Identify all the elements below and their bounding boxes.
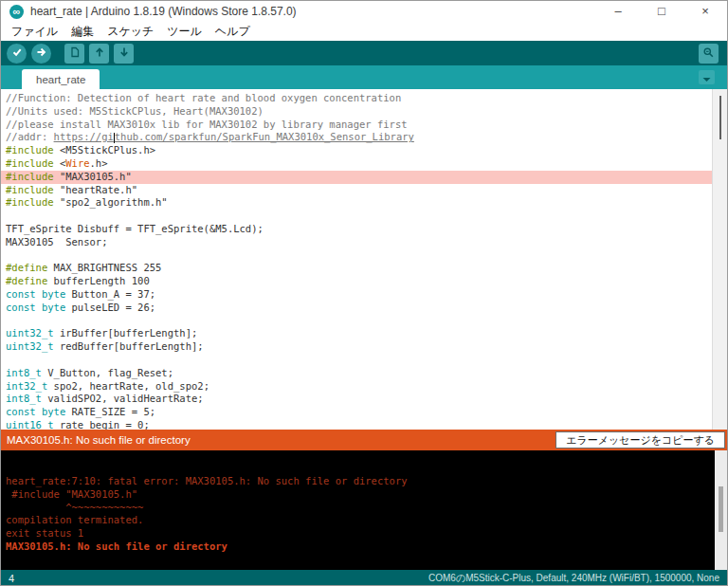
code-line[interactable]: #include <Wire.h> — [1, 157, 713, 171]
code-segment: int8_t — [6, 393, 42, 404]
console-scrollbar-thumb[interactable] — [719, 486, 723, 532]
verify-button[interactable] — [7, 44, 27, 64]
code-segment: //Function: Detection of heart rate and … — [6, 92, 401, 103]
code-segment: const byte — [6, 302, 65, 313]
check-icon — [11, 45, 23, 62]
code-segment: <M5StickCPlus.h> — [54, 144, 155, 156]
code-line[interactable] — [1, 354, 713, 367]
board-port-info: COM6のM5Stick-C-Plus, Default, 240MHz (Wi… — [428, 572, 719, 585]
code-line[interactable]: //addr: https://github.com/sparkfun/Spar… — [1, 131, 713, 144]
tab-heart-rate[interactable]: heart_rate — [22, 69, 100, 89]
maximize-button[interactable]: □ — [640, 1, 683, 22]
code-segment: int32_t — [6, 380, 47, 392]
arrow-right-icon — [36, 45, 47, 62]
code-line[interactable]: int32_t spo2, heartRate, old_spo2; — [1, 380, 713, 394]
chevron-down-icon — [702, 69, 711, 86]
code-line[interactable]: //Units used: M5StickCPlus, Heart(MAX301… — [1, 105, 713, 119]
console-line: heart_rate:7:10: fatal error: MAX30105.h… — [1, 475, 727, 488]
code-line[interactable]: #define bufferLength 100 — [1, 275, 713, 288]
arduino-ide-window: { "window": { "title": "heart_rate | Ard… — [0, 0, 728, 586]
code-line[interactable]: #include "heartRate.h" — [1, 184, 713, 197]
code-line[interactable] — [1, 315, 713, 328]
console-line: ^~~~~~~~~~~~~ — [1, 502, 727, 515]
code-segment: #define — [6, 275, 47, 286]
open-button[interactable] — [89, 44, 109, 64]
menu-tools[interactable]: ツール — [160, 22, 209, 42]
console-line: MAX30105.h: No such file or directory — [1, 540, 727, 554]
code-segment: .h> — [90, 157, 108, 169]
code-line[interactable]: int8_t validSPO2, validHeartRate; — [1, 393, 713, 406]
code-segment: int8_t — [6, 367, 42, 378]
code-segment: pulseLED = 26; — [65, 302, 155, 313]
code-line[interactable]: TFT_eSprite Disbuff = TFT_eSprite(&M5.Lc… — [1, 223, 713, 236]
status-bar: 4 COM6のM5Stick-C-Plus, Default, 240MHz (… — [1, 570, 727, 586]
upload-button[interactable] — [31, 44, 51, 64]
console-scrollbar[interactable] — [715, 450, 727, 570]
arrow-up-icon — [94, 45, 105, 62]
code-segment: < — [54, 157, 66, 169]
serial-monitor-button[interactable] — [699, 44, 719, 64]
code-segment: redBuffer[bufferLength]; — [54, 340, 204, 352]
code-line[interactable]: //please install MAX3010x lib for MAX301… — [1, 119, 713, 132]
editor-scrollbar[interactable] — [712, 89, 727, 430]
document-icon — [69, 45, 81, 62]
code-segment: Wire — [65, 157, 89, 169]
console-text: heart_rate:7:10: fatal error: MAX30105.h… — [1, 450, 727, 554]
code-segment: uint32_t — [6, 327, 54, 339]
code-segment: #include — [6, 157, 54, 169]
code-line[interactable]: int8_t V_Button, flag_Reset; — [1, 367, 713, 380]
code-line[interactable]: const byte RATE_SIZE = 5; — [1, 406, 713, 419]
menu-file[interactable]: ファイル — [5, 22, 64, 42]
editor-scrollbar-thumb[interactable] — [719, 96, 721, 139]
code-line[interactable]: //Function: Detection of heart rate and … — [1, 92, 713, 105]
code-line[interactable]: MAX30105 Sensor; — [1, 236, 713, 249]
code-segment: validSPO2, validHeartRate; — [42, 393, 204, 404]
console-line: #include "MAX30105.h" — [1, 488, 727, 502]
magnifier-icon — [702, 46, 715, 63]
code-segment: MAX_BRIGHTNESS 255 — [47, 262, 161, 273]
tab-list-dropdown-button[interactable] — [699, 70, 715, 84]
console-output: heart_rate:7:10: fatal error: MAX30105.h… — [1, 450, 727, 570]
code-segment: Button_A = 37; — [65, 288, 155, 300]
code-line[interactable]: #define MAX_BRIGHTNESS 255 — [1, 262, 713, 275]
new-sketch-button[interactable] — [64, 44, 84, 64]
code-segment: const byte — [6, 406, 65, 417]
code-line[interactable]: uint32_t irBuffer[bufferLength]; — [1, 327, 713, 340]
code-segment: //addr: — [6, 131, 54, 142]
code-segment: RATE_SIZE = 5; — [65, 406, 155, 417]
close-button[interactable]: × — [683, 1, 727, 22]
code-segment: #include — [6, 184, 54, 195]
code-area: //Function: Detection of heart rate and … — [1, 89, 727, 430]
menu-bar: ファイル編集スケッチツールヘルプ — [1, 22, 727, 41]
console-line: compilation terminated. — [1, 514, 727, 527]
save-button[interactable] — [114, 44, 134, 64]
code-segment: thub.com/sparkfun/SparkFun_MAX3010x_Sens… — [115, 131, 414, 142]
code-segment: "MAX30105.h" — [54, 171, 132, 182]
code-line[interactable]: const byte pulseLED = 26; — [1, 302, 713, 315]
code-segment: "heartRate.h" — [54, 184, 138, 195]
menu-edit[interactable]: 編集 — [64, 22, 100, 42]
error-bar: MAX30105.h: No such file or directory エラ… — [1, 430, 727, 450]
code-segment: uint16_t — [6, 419, 54, 430]
code-line[interactable]: const byte Button_A = 37; — [1, 288, 713, 302]
code-segment: https://gi — [54, 131, 114, 142]
code-segment: spo2, heartRate, old_spo2; — [47, 380, 209, 392]
code-line[interactable]: uint16_t rate_begin = 0; — [1, 419, 713, 430]
code-line[interactable]: uint32_t redBuffer[bufferLength]; — [1, 340, 713, 354]
code-line[interactable] — [1, 210, 713, 223]
code-segment: const byte — [6, 288, 65, 300]
code-line[interactable]: #include <M5StickCPlus.h> — [1, 144, 713, 157]
menu-sketch[interactable]: スケッチ — [100, 22, 160, 42]
code-editor[interactable]: //Function: Detection of heart rate and … — [1, 89, 727, 430]
cursor-line-indicator: 4 — [9, 573, 14, 584]
code-segment: bufferLength 100 — [47, 275, 149, 286]
menu-help[interactable]: ヘルプ — [209, 22, 257, 42]
title-bar: ∞ heart_rate | Arduino 1.8.19 (Windows S… — [1, 1, 727, 22]
code-line[interactable]: #include "spo2_algorithm.h" — [1, 196, 713, 210]
copy-error-button[interactable]: エラーメッセージをコピーする — [555, 431, 725, 449]
code-segment: MAX30105 Sensor; — [6, 236, 107, 247]
minimize-button[interactable]: – — [596, 1, 640, 22]
code-segment: #include — [6, 171, 54, 182]
code-line-error-highlight[interactable]: #include "MAX30105.h" — [1, 171, 713, 184]
code-line[interactable] — [1, 249, 713, 263]
